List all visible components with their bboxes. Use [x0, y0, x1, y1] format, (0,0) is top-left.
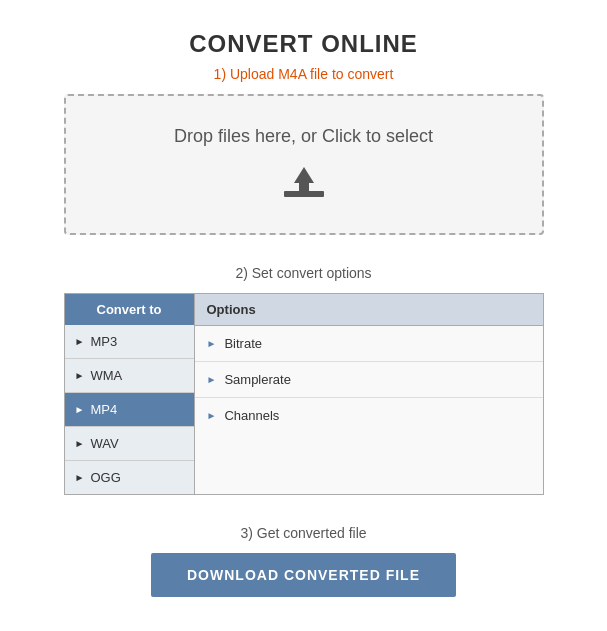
convert-options-panel: Convert to ► MP3 ► WMA ► MP4 ► WAV ► OGG…: [64, 293, 544, 495]
option-label-channels: Channels: [224, 408, 279, 423]
option-arrow-bitrate: ►: [207, 338, 217, 349]
format-arrow-mp4: ►: [75, 404, 85, 415]
format-label-wma: WMA: [90, 368, 122, 383]
step3-label: 3) Get converted file: [240, 525, 366, 541]
upload-text: Drop files here, or Click to select: [174, 126, 433, 147]
svg-marker-1: [294, 167, 314, 191]
format-item-ogg[interactable]: ► OGG: [65, 461, 194, 494]
step1-label: 1) Upload M4A file to convert: [214, 66, 394, 82]
format-arrow-ogg: ►: [75, 472, 85, 483]
download-button[interactable]: DOWNLOAD CONVERTED FILE: [151, 553, 456, 597]
format-arrow-wav: ►: [75, 438, 85, 449]
option-samplerate[interactable]: ► Samplerate: [195, 362, 543, 398]
step2-label: 2) Set convert options: [235, 265, 371, 281]
options-header: Options: [195, 294, 543, 326]
format-item-mp4[interactable]: ► MP4: [65, 393, 194, 427]
format-item-wav[interactable]: ► WAV: [65, 427, 194, 461]
option-arrow-samplerate: ►: [207, 374, 217, 385]
page-title: CONVERT ONLINE: [189, 30, 418, 58]
svg-rect-0: [284, 191, 324, 197]
format-label-wav: WAV: [90, 436, 118, 451]
format-label-mp4: MP4: [90, 402, 117, 417]
format-sidebar-header: Convert to: [65, 294, 194, 325]
format-arrow-wma: ►: [75, 370, 85, 381]
option-bitrate[interactable]: ► Bitrate: [195, 326, 543, 362]
upload-icon: [280, 163, 328, 203]
format-item-mp3[interactable]: ► MP3: [65, 325, 194, 359]
options-panel: Options ► Bitrate ► Samplerate ► Channel…: [195, 294, 543, 494]
upload-dropzone[interactable]: Drop files here, or Click to select: [64, 94, 544, 235]
option-label-samplerate: Samplerate: [224, 372, 290, 387]
format-label-ogg: OGG: [90, 470, 120, 485]
format-label-mp3: MP3: [90, 334, 117, 349]
option-label-bitrate: Bitrate: [224, 336, 262, 351]
option-arrow-channels: ►: [207, 410, 217, 421]
format-sidebar: Convert to ► MP3 ► WMA ► MP4 ► WAV ► OGG: [65, 294, 195, 494]
format-item-wma[interactable]: ► WMA: [65, 359, 194, 393]
format-arrow-mp3: ►: [75, 336, 85, 347]
option-channels[interactable]: ► Channels: [195, 398, 543, 433]
